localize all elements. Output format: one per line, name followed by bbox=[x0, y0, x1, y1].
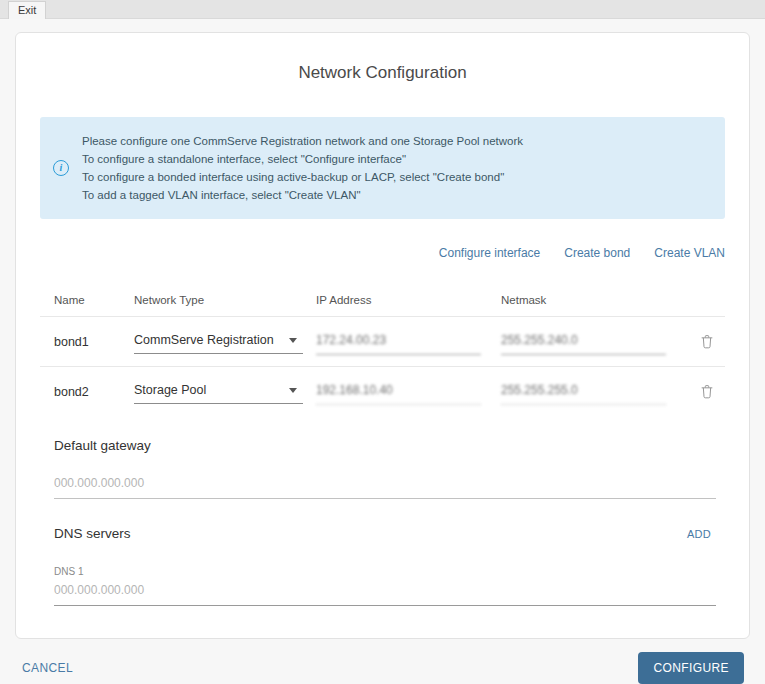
chevron-down-icon bbox=[289, 388, 297, 393]
info-icon: i bbox=[53, 160, 69, 176]
interface-name: bond1 bbox=[54, 335, 134, 349]
column-header-netmask: Netmask bbox=[501, 294, 666, 306]
table-actions: Configure interface Create bond Create V… bbox=[40, 246, 725, 260]
netmask-field bbox=[501, 329, 666, 355]
create-bond-link[interactable]: Create bond bbox=[564, 246, 630, 260]
network-type-value: CommServe Registration bbox=[134, 333, 274, 347]
dns1-input[interactable] bbox=[54, 578, 716, 606]
ip-address-input[interactable] bbox=[316, 379, 481, 405]
network-type-value: Storage Pool bbox=[134, 383, 206, 397]
add-dns-button[interactable]: ADD bbox=[687, 528, 711, 540]
info-banner: i Please configure one CommServe Registr… bbox=[40, 117, 725, 219]
ip-address-field bbox=[316, 379, 501, 405]
default-gateway-input[interactable] bbox=[54, 471, 716, 499]
dialog-footer: CANCEL CONFIGURE bbox=[0, 639, 765, 684]
ip-address-input[interactable] bbox=[316, 329, 481, 355]
network-type-select[interactable]: Storage Pool bbox=[134, 379, 303, 404]
ip-address-field bbox=[316, 329, 501, 355]
info-line-1: Please configure one CommServe Registrat… bbox=[82, 132, 523, 150]
page-title: Network Configuration bbox=[40, 63, 725, 83]
column-header-network-type: Network Type bbox=[134, 294, 316, 306]
dns-servers-header: DNS servers ADD bbox=[54, 526, 711, 541]
trash-icon bbox=[699, 333, 715, 350]
dns1-label: DNS 1 bbox=[54, 566, 725, 577]
interface-name: bond2 bbox=[54, 385, 134, 399]
network-configuration-dialog: Network Configuration i Please configure… bbox=[15, 32, 750, 639]
table-row-bond1: bond1 CommServe Registration bbox=[40, 316, 725, 366]
column-header-name: Name bbox=[54, 294, 134, 306]
window-tab-strip: Exit bbox=[0, 0, 765, 19]
table-header-row: Name Network Type IP Address Netmask bbox=[40, 284, 725, 316]
dns-servers-label: DNS servers bbox=[54, 526, 131, 541]
default-gateway-label: Default gateway bbox=[54, 438, 725, 453]
column-header-ip-address: IP Address bbox=[316, 294, 501, 306]
table-row-bond2: bond2 Storage Pool bbox=[40, 366, 725, 416]
netmask-input[interactable] bbox=[501, 329, 666, 355]
chevron-down-icon bbox=[289, 338, 297, 343]
create-vlan-link[interactable]: Create VLAN bbox=[654, 246, 725, 260]
info-line-2: To configure a standalone interface, sel… bbox=[82, 150, 523, 168]
delete-row-button[interactable] bbox=[699, 333, 715, 350]
configure-interface-link[interactable]: Configure interface bbox=[439, 246, 540, 260]
netmask-input[interactable] bbox=[501, 379, 666, 405]
delete-row-button[interactable] bbox=[699, 383, 715, 400]
configure-button[interactable]: CONFIGURE bbox=[638, 652, 744, 684]
info-line-4: To add a tagged VLAN interface, select "… bbox=[82, 186, 523, 204]
netmask-field bbox=[501, 379, 666, 405]
info-text: Please configure one CommServe Registrat… bbox=[82, 132, 523, 204]
info-line-3: To configure a bonded interface using ac… bbox=[82, 168, 523, 186]
trash-icon bbox=[699, 383, 715, 400]
cancel-button[interactable]: CANCEL bbox=[22, 661, 73, 675]
network-type-select[interactable]: CommServe Registration bbox=[134, 329, 303, 354]
exit-tab[interactable]: Exit bbox=[8, 1, 46, 19]
